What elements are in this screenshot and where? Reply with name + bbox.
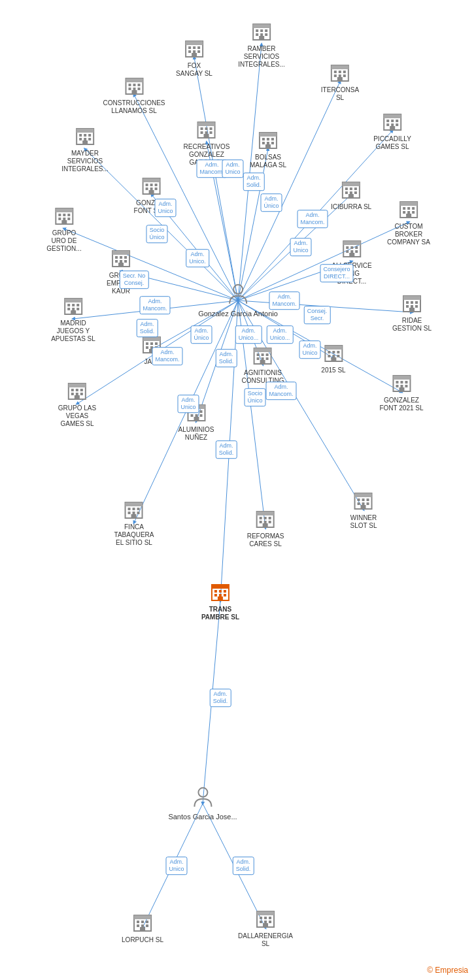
svg-rect-208 [399, 387, 404, 391]
svg-rect-185 [262, 353, 264, 356]
svg-rect-174 [143, 337, 160, 341]
company-label-2015sl: 2015 SL [321, 367, 345, 374]
building-icon-madrid_juegos [63, 295, 83, 318]
svg-rect-196 [328, 355, 330, 357]
svg-rect-240 [269, 517, 271, 519]
role-badge-b23: Adm.Mancom. [265, 382, 296, 400]
svg-rect-123 [412, 207, 415, 210]
svg-rect-131 [63, 214, 65, 216]
company-label-bolsas: BOLSASMALAGA SL [250, 154, 286, 169]
svg-rect-142 [346, 250, 348, 253]
svg-rect-158 [72, 304, 75, 306]
person2-node: Santos Garcia Jose... [168, 786, 237, 821]
svg-rect-187 [257, 357, 260, 360]
building-icon-reformas_cares [256, 508, 275, 531]
svg-rect-274 [260, 917, 262, 919]
company-node-grupo_uro[interactable]: GRUPOURO DEGESTION... [46, 204, 81, 253]
svg-rect-48 [332, 65, 348, 69]
svg-rect-234 [137, 512, 140, 514]
svg-rect-44 [260, 33, 263, 36]
svg-rect-58 [128, 84, 131, 86]
role-badge-b3: Adm.Unico [154, 199, 176, 217]
company-node-lorpuch[interactable]: LORPUCH SL [122, 911, 163, 944]
svg-rect-111 [343, 182, 360, 186]
company-node-mayder[interactable]: MAYDERSERVICIOSINTEGRALES... [61, 125, 109, 173]
company-label-gonzalez_font_2021: GONZALEZFONT 2021 SL [379, 397, 423, 412]
svg-rect-61 [128, 88, 131, 90]
company-node-2015sl[interactable]: 2015 SL [321, 342, 345, 374]
company-node-fox_sangay[interactable]: FOXSANGAY SL [176, 37, 212, 78]
svg-rect-269 [141, 924, 144, 927]
svg-rect-195 [337, 351, 339, 353]
svg-rect-122 [407, 207, 410, 210]
company-label-aluminios: ALUMINIOSNUÑEZ [178, 426, 214, 442]
svg-rect-107 [150, 188, 153, 190]
svg-rect-77 [267, 138, 269, 140]
svg-rect-41 [260, 29, 263, 32]
svg-rect-172 [409, 308, 415, 312]
role-badge-b9: Adm.Unico [290, 238, 311, 256]
svg-rect-260 [219, 594, 222, 596]
svg-rect-233 [133, 512, 135, 514]
svg-rect-91 [390, 126, 395, 130]
company-node-gonzalez_font_2021[interactable]: GONZALEZFONT 2021 SL [379, 372, 423, 412]
role-badge-b19: Adm.Unico [299, 340, 320, 359]
svg-rect-170 [411, 305, 413, 308]
company-node-reformas_cares[interactable]: REFORMASCARES SL [247, 508, 284, 548]
svg-rect-84 [384, 114, 401, 118]
svg-rect-266 [141, 921, 144, 923]
svg-rect-251 [362, 502, 365, 505]
svg-rect-253 [361, 505, 366, 509]
company-node-ramber[interactable]: RAMBERSERVICIOSINTEGRALES... [238, 20, 285, 69]
building-icon-grupo_vegas [67, 380, 87, 403]
svg-rect-248 [362, 498, 365, 501]
svg-rect-87 [396, 120, 398, 122]
company-node-winner_slot[interactable]: WINNERSLOT SL [350, 489, 377, 530]
company-label-ridae_gestion: RIDAEGESTION SL [392, 317, 432, 333]
svg-rect-206 [400, 385, 403, 387]
svg-rect-243 [269, 521, 271, 523]
company-node-dallarenergia[interactable]: DALLARENERGIASL [238, 907, 293, 948]
role-badge-b4: SocioÚnico [146, 225, 167, 243]
building-icon-2015sl [324, 342, 343, 365]
svg-rect-168 [415, 301, 418, 304]
company-label-iciburra: ICIBURRA SL [331, 203, 371, 211]
role-badge-b14: Adm.Mancom. [269, 291, 299, 310]
svg-rect-161 [72, 308, 75, 310]
svg-rect-59 [133, 84, 135, 86]
svg-rect-265 [137, 921, 139, 923]
company-node-iterconsa[interactable]: ITERCONSASL [321, 61, 359, 102]
svg-rect-256 [214, 590, 217, 593]
footer-text: © Empresia [427, 966, 468, 975]
company-node-madrid_juegos[interactable]: MADRIDJUEGOS YAPUESTAS SL [51, 295, 95, 343]
svg-rect-271 [140, 927, 145, 931]
company-node-custom_broker[interactable]: CUSTOMBROKERCOMPANY SA [387, 198, 430, 246]
company-node-ridae_gestion[interactable]: RIDAEGESTION SL [392, 292, 432, 333]
company-node-iciburra[interactable]: ICIBURRA SL [331, 178, 371, 211]
building-icon-ramber [252, 20, 271, 44]
svg-rect-268 [137, 924, 139, 927]
svg-rect-95 [84, 134, 86, 137]
company-node-trans_pambre[interactable]: TRANSPAMBRE SL [201, 581, 239, 621]
company-node-bolsas[interactable]: BOLSASMALAGA SL [250, 129, 286, 169]
svg-rect-169 [406, 305, 409, 308]
svg-rect-190 [260, 360, 265, 364]
role-badge-b10: ConsejeroDIRECT... [320, 264, 353, 282]
svg-rect-121 [403, 207, 405, 210]
company-node-grupo_vegas[interactable]: GRUPO LASVEGASGAMES SL [58, 380, 96, 428]
svg-rect-148 [115, 256, 118, 259]
svg-rect-176 [150, 342, 153, 345]
company-node-agnitionis[interactable]: AGNITIONISCONSULTING [242, 344, 284, 385]
svg-rect-73 [204, 134, 209, 138]
svg-rect-150 [124, 256, 127, 259]
company-node-construcciones[interactable]: CONSTRUCCIONESLLANAMOS SL [103, 74, 165, 115]
svg-rect-118 [348, 194, 354, 198]
svg-rect-235 [131, 514, 137, 518]
svg-rect-225 [199, 414, 202, 417]
role-badge-b20: Adm.Mancom. [152, 347, 182, 365]
svg-rect-203 [400, 381, 403, 384]
company-node-finca_tabaquera[interactable]: FINCATABAQUERAEL SITIO SL [114, 498, 154, 547]
company-node-piccadilly[interactable]: PICCADILLYGAMES SL [373, 110, 411, 151]
svg-rect-72 [210, 131, 212, 134]
svg-rect-62 [133, 88, 135, 90]
